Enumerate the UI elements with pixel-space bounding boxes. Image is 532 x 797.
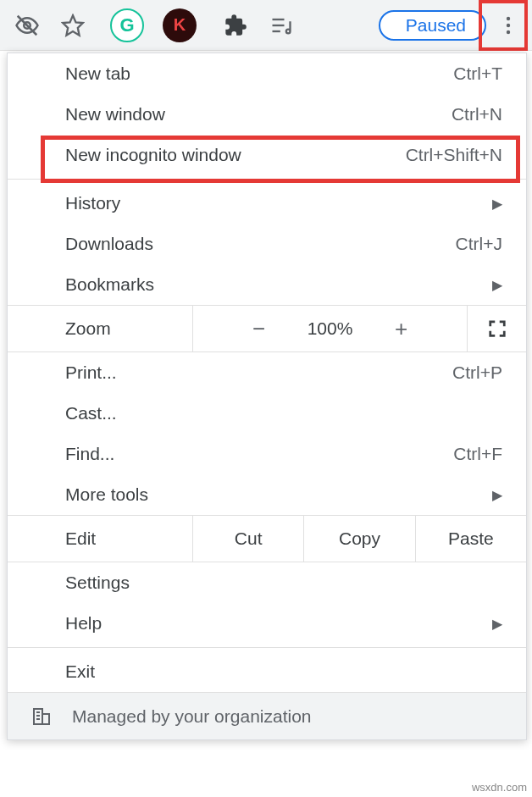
svg-point-7 <box>507 23 510 26</box>
svg-point-6 <box>507 16 510 19</box>
menu-label: New tab <box>65 64 401 84</box>
menu-label: Downloads <box>65 234 401 254</box>
chrome-main-menu: New tab Ctrl+T New window Ctrl+N New inc… <box>7 53 527 740</box>
menu-item-new-tab[interactable]: New tab Ctrl+T <box>8 53 526 94</box>
menu-shortcut: Ctrl+Shift+N <box>401 145 502 165</box>
menu-label: History <box>65 193 492 213</box>
star-icon[interactable] <box>53 5 93 46</box>
menu-shortcut: Ctrl+F <box>401 444 502 464</box>
media-control-icon[interactable] <box>261 5 302 46</box>
submenu-arrow-icon: ▶ <box>492 277 502 293</box>
svg-point-8 <box>507 30 510 33</box>
edit-copy-button[interactable]: Copy <box>303 516 414 562</box>
extensions-icon[interactable] <box>215 5 256 46</box>
menu-label: New window <box>65 104 401 125</box>
menu-label: Help <box>65 613 492 634</box>
menu-separator <box>8 179 526 180</box>
managed-by-org-row[interactable]: Managed by your organization <box>8 692 526 739</box>
zoom-value: 100% <box>296 318 364 339</box>
menu-item-zoom: Zoom − 100% + <box>8 305 526 352</box>
menu-item-new-window[interactable]: New window Ctrl+N <box>8 94 526 135</box>
grammarly-extension-icon[interactable]: G <box>110 8 144 42</box>
menu-item-settings[interactable]: Settings <box>8 562 526 603</box>
fullscreen-button[interactable] <box>467 306 526 351</box>
menu-item-bookmarks[interactable]: Bookmarks ▶ <box>8 264 526 305</box>
edit-cut-button[interactable]: Cut <box>192 516 303 562</box>
menu-item-help[interactable]: Help ▶ <box>8 603 526 644</box>
building-icon <box>31 706 52 727</box>
menu-item-exit[interactable]: Exit <box>8 651 526 692</box>
more-menu-button[interactable] <box>491 8 525 42</box>
zoom-label: Zoom <box>8 318 192 339</box>
profile-paused-pill[interactable]: Paused <box>379 10 486 41</box>
menu-shortcut: Ctrl+J <box>401 234 502 254</box>
submenu-arrow-icon: ▶ <box>492 487 502 503</box>
menu-item-edit: Edit Cut Copy Paste <box>8 515 526 562</box>
menu-item-history[interactable]: History ▶ <box>8 183 526 224</box>
menu-label: Print... <box>65 363 401 383</box>
menu-item-find[interactable]: Find... Ctrl+F <box>8 434 526 474</box>
svg-marker-2 <box>63 15 82 35</box>
managed-label: Managed by your organization <box>72 706 312 727</box>
edit-label: Edit <box>8 529 192 549</box>
menu-item-cast[interactable]: Cast... <box>8 393 526 434</box>
menu-label: Settings <box>65 573 502 593</box>
submenu-arrow-icon: ▶ <box>492 196 502 212</box>
menu-label: More tools <box>65 484 492 505</box>
watermark-text: wsxdn.com <box>472 781 527 794</box>
zoom-controls: − 100% + <box>192 306 467 351</box>
zoom-in-button[interactable]: + <box>385 316 418 342</box>
menu-label: Cast... <box>65 403 502 423</box>
edit-paste-button[interactable]: Paste <box>415 516 526 562</box>
menu-item-new-incognito[interactable]: New incognito window Ctrl+Shift+N <box>8 135 526 175</box>
submenu-arrow-icon: ▶ <box>492 616 502 632</box>
menu-item-downloads[interactable]: Downloads Ctrl+J <box>8 224 526 264</box>
menu-item-more-tools[interactable]: More tools ▶ <box>8 474 526 515</box>
menu-item-print[interactable]: Print... Ctrl+P <box>8 352 526 393</box>
browser-toolbar: G K Paused <box>0 0 532 51</box>
menu-separator <box>8 647 526 648</box>
menu-label: Find... <box>65 444 401 464</box>
menu-shortcut: Ctrl+N <box>401 104 502 125</box>
k-extension-icon[interactable]: K <box>163 8 197 42</box>
menu-label: Bookmarks <box>65 274 492 295</box>
svg-rect-10 <box>42 714 49 724</box>
menu-shortcut: Ctrl+T <box>401 64 502 84</box>
zoom-out-button[interactable]: − <box>242 316 276 342</box>
no-tracking-icon[interactable] <box>7 5 47 46</box>
menu-label: New incognito window <box>65 145 401 165</box>
menu-label: Exit <box>65 661 502 682</box>
menu-shortcut: Ctrl+P <box>401 363 502 383</box>
